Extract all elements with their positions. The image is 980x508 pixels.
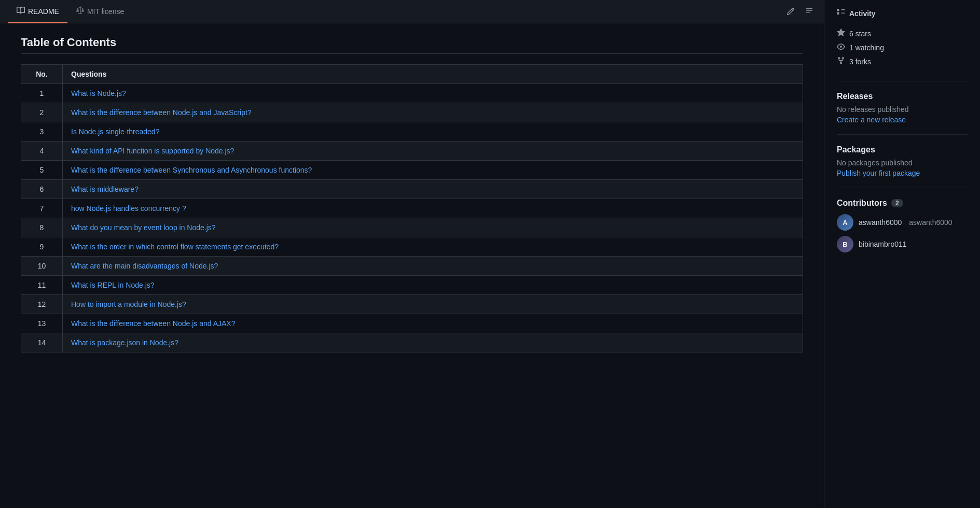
row-question[interactable]: What do you mean by event loop in Node.j…: [63, 218, 803, 237]
question-link[interactable]: how Node.js handles concurrency ?: [71, 204, 186, 213]
tab-actions: [784, 5, 816, 18]
tab-license[interactable]: MIT license: [67, 0, 132, 23]
tabs-bar: README MIT license: [0, 0, 824, 23]
stat-watching[interactable]: 1 watching: [837, 43, 968, 52]
row-num: 6: [21, 180, 63, 199]
question-link[interactable]: What is middleware?: [71, 185, 139, 193]
publish-package-link[interactable]: Publish your first package: [837, 169, 920, 177]
contributor-handle: aswanth6000: [909, 218, 952, 227]
avatar-img: A: [837, 214, 853, 231]
contributors-header: Contributors 2: [837, 199, 968, 208]
readme-book-icon: [17, 6, 25, 16]
question-link[interactable]: What is the difference between Node.js a…: [71, 319, 236, 328]
row-num: 2: [21, 103, 63, 122]
question-link[interactable]: What is package.json in Node.js?: [71, 338, 178, 347]
no-releases-text: No releases published: [837, 105, 968, 114]
row-num: 7: [21, 199, 63, 218]
question-link[interactable]: What is Node.js?: [71, 89, 126, 97]
table-row: 9 What is the order in which control flo…: [21, 237, 803, 257]
row-question[interactable]: What is REPL in Node.js?: [63, 276, 803, 295]
contributor-username: bibinambro011: [859, 240, 907, 248]
question-link[interactable]: What are the main disadvantages of Node.…: [71, 262, 218, 270]
toc-table: No. Questions 1 What is Node.js? 2 What …: [21, 64, 803, 352]
row-question[interactable]: How to import a module in Node.js?: [63, 295, 803, 314]
row-question[interactable]: What are the main disadvantages of Node.…: [63, 257, 803, 276]
row-num: 12: [21, 295, 63, 314]
row-question[interactable]: What kind of API function is supported b…: [63, 142, 803, 161]
row-question[interactable]: What is the difference between Node.js a…: [63, 103, 803, 122]
row-question[interactable]: What is package.json in Node.js?: [63, 333, 803, 352]
table-row: 7 how Node.js handles concurrency ?: [21, 199, 803, 218]
table-row: 10 What are the main disadvantages of No…: [21, 257, 803, 276]
row-question[interactable]: What is middleware?: [63, 180, 803, 199]
question-link[interactable]: What do you mean by event loop in Node.j…: [71, 223, 216, 232]
avatar: B: [837, 236, 853, 252]
contributor-item[interactable]: B bibinambro011: [837, 236, 968, 252]
row-num: 9: [21, 237, 63, 257]
table-row: 3 Is Node.js single-threaded?: [21, 122, 803, 142]
activity-label: Activity: [849, 9, 876, 18]
table-row: 11 What is REPL in Node.js?: [21, 276, 803, 295]
question-link[interactable]: How to import a module in Node.js?: [71, 300, 186, 308]
col-header-num: No.: [21, 65, 63, 84]
row-question[interactable]: Is Node.js single-threaded?: [63, 122, 803, 142]
eye-icon: [837, 43, 845, 52]
row-num: 11: [21, 276, 63, 295]
contributors-list: A aswanth6000 aswanth6000 B bibinambro01…: [837, 214, 968, 252]
fork-icon: [837, 57, 845, 66]
table-row: 13 What is the difference between Node.j…: [21, 314, 803, 333]
row-num: 14: [21, 333, 63, 352]
releases-title: Releases: [837, 92, 968, 101]
row-num: 1: [21, 84, 63, 103]
tab-readme-label: README: [28, 7, 59, 16]
contributor-username: aswanth6000: [859, 218, 902, 227]
tab-readme[interactable]: README: [8, 0, 67, 23]
avatar: A: [837, 214, 853, 231]
row-num: 4: [21, 142, 63, 161]
table-row: 14 What is package.json in Node.js?: [21, 333, 803, 352]
sidebar-contributors-section: Contributors 2 A aswanth6000 aswanth6000…: [837, 199, 968, 268]
contributors-count: 2: [891, 199, 903, 207]
row-question[interactable]: What is Node.js?: [63, 84, 803, 103]
question-link[interactable]: What is the order in which control flow …: [71, 243, 279, 251]
question-link[interactable]: What is the difference between Synchrono…: [71, 166, 312, 174]
table-header-row: No. Questions: [21, 65, 803, 84]
table-row: 6 What is middleware?: [21, 180, 803, 199]
contributor-item[interactable]: A aswanth6000 aswanth6000: [837, 214, 968, 231]
stat-stars[interactable]: 6 stars: [837, 29, 968, 38]
table-row: 1 What is Node.js?: [21, 84, 803, 103]
stat-forks[interactable]: 3 forks: [837, 57, 968, 66]
sidebar-releases-section: Releases No releases published Create a …: [837, 92, 968, 135]
license-icon: [76, 6, 84, 16]
row-num: 13: [21, 314, 63, 333]
edit-button[interactable]: [784, 5, 797, 18]
question-link[interactable]: What kind of API function is supported b…: [71, 147, 234, 155]
table-row: 4 What kind of API function is supported…: [21, 142, 803, 161]
col-header-questions: Questions: [63, 65, 803, 84]
contributors-title: Contributors: [837, 199, 887, 208]
question-link[interactable]: What is the difference between Node.js a…: [71, 108, 252, 117]
question-link[interactable]: Is Node.js single-threaded?: [71, 128, 159, 136]
forks-value: 3 forks: [849, 58, 871, 66]
table-row: 12 How to import a module in Node.js?: [21, 295, 803, 314]
avatar-img: B: [837, 236, 853, 252]
create-release-link[interactable]: Create a new release: [837, 116, 906, 124]
star-icon: [837, 29, 845, 38]
question-link[interactable]: What is REPL in Node.js?: [71, 281, 155, 289]
table-row: 8 What do you mean by event loop in Node…: [21, 218, 803, 237]
sidebar-packages-section: Packages No packages published Publish y…: [837, 145, 968, 188]
table-row: 5 What is the difference between Synchro…: [21, 161, 803, 180]
row-num: 3: [21, 122, 63, 142]
readme-body: Table of Contents No. Questions 1 What i…: [0, 23, 824, 365]
row-question[interactable]: how Node.js handles concurrency ?: [63, 199, 803, 218]
sidebar: Activity 6 stars 1 watching: [824, 0, 980, 508]
stars-value: 6 stars: [849, 30, 871, 38]
row-num: 10: [21, 257, 63, 276]
toc-button[interactable]: [803, 5, 816, 18]
watching-value: 1 watching: [849, 44, 884, 52]
activity-icon: [837, 8, 845, 18]
row-question[interactable]: What is the difference between Node.js a…: [63, 314, 803, 333]
packages-title: Packages: [837, 145, 968, 154]
row-question[interactable]: What is the order in which control flow …: [63, 237, 803, 257]
row-question[interactable]: What is the difference between Synchrono…: [63, 161, 803, 180]
